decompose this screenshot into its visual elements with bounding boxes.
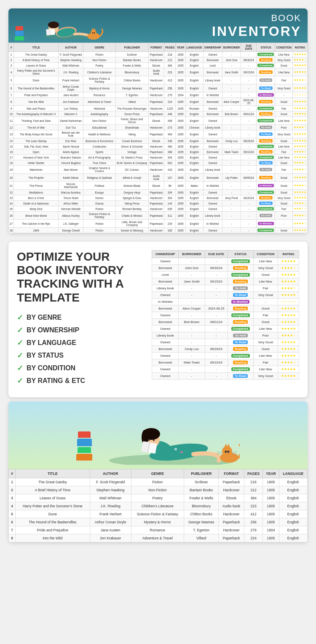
table-row: 1The Great GatsbyF. Scott FitzgeraldFict…: [9, 478, 308, 486]
list-item-label: BY OWNERSHIP: [27, 326, 79, 334]
status-badge: To Read: [259, 202, 272, 205]
table-row: Owned--CompletedLike New★★★★★: [152, 366, 299, 373]
rating-stars: ★★★★☆: [281, 286, 296, 290]
rating-stars: ★★★★★: [281, 293, 296, 297]
svg-marker-12: [93, 28, 96, 31]
rating-stars: ★★★★★: [294, 119, 306, 122]
mini-table: OWNERSHIP BORROWER DUE DATE STATUS CONDI…: [152, 250, 299, 380]
col-ownership: OWNERSHIP: [203, 43, 222, 52]
rating-stars: ★★★★★: [281, 354, 296, 358]
svg-point-13: [92, 32, 94, 34]
table-row: 23Born a CrimeTrevor NoahHumorSpiegel & …: [9, 195, 308, 201]
table-row: 11Thinking, Fast and SlowDaniel Kahneman…: [9, 117, 308, 125]
col-author: AUTHOR: [58, 43, 83, 52]
spreadsheet-container[interactable]: # TITLE AUTHOR GENRE PUBLISHER FORMAT PA…: [8, 43, 308, 233]
table-row: 15Salt, Fat, Acid, HeatSamin NosratCookb…: [9, 144, 308, 149]
svg-rect-7: [46, 29, 51, 35]
status-badge: On hold: [260, 214, 273, 217]
table-row: 12The Art of WarSun TzuEducationalShambh…: [9, 125, 308, 130]
rating-stars: ★★★★★: [281, 347, 296, 351]
bottom-illustration: [8, 401, 308, 469]
reading-girl-icon: [26, 13, 110, 40]
rating-stars: ★★★★☆: [281, 334, 296, 337]
status-badge: Reading: [233, 361, 248, 364]
status-badge: On hold: [233, 286, 247, 290]
status-badge: On hold: [233, 334, 247, 337]
status-badge: Completed: [257, 107, 274, 110]
bottom-col-year: YEAR: [263, 469, 279, 478]
col-pages: PAGES: [164, 43, 176, 52]
mini-col-borrower: BORROWER: [179, 251, 205, 258]
rating-stars: ★★★★☆: [281, 361, 296, 364]
bottom-table-body: 1The Great GatsbyF. Scott FitzgeraldFict…: [9, 478, 308, 542]
promo-title: OPTIMIZE YOUR BOOK INVENTORY TRACKING WI…: [17, 250, 143, 304]
bottom-books-icon: [76, 431, 92, 461]
status-badge: To Read: [233, 374, 248, 378]
table-row: Owned--CompletedFair★★★★★: [152, 312, 299, 319]
rating-stars: ★★★★★: [294, 86, 306, 89]
rating-stars: ★★★★★: [294, 145, 306, 148]
list-item: ✓BY RATING & ETC: [17, 376, 143, 385]
status-badge: Completed: [257, 207, 274, 210]
table-row: 5DuneFrank HerbertScience Fiction & Fant…: [9, 76, 308, 84]
status-badge: On hold: [260, 168, 273, 171]
table-row: 17Humans of New YorkBrandon StantonArt &…: [9, 155, 308, 160]
status-badge: To Read: [259, 161, 272, 164]
rating-stars: ★★★★★: [294, 139, 306, 142]
col-language: LANGUAGE: [185, 43, 203, 52]
table-row: BorrowedJane Smith09/15/24ReadingLike Ne…: [152, 278, 299, 285]
table-row: BorrowedBob Brown09/01/24ReadingGood★★★★…: [152, 319, 299, 326]
checkmark-icon: ✓: [17, 313, 23, 322]
table-row: 22MeditationsMarcus AureliusEssaysGregor…: [9, 190, 308, 195]
table-row: 3Leaves of GrassWalt WhitmanPoetryFowler…: [9, 63, 308, 68]
table-row: 1The Great GatsbyF. Scott FitzgeraldFict…: [9, 52, 308, 57]
table-row: 5DuneFrank HerbertScience Fiction & Fant…: [9, 510, 308, 518]
status-badge: In Wishlist: [231, 300, 249, 304]
bottom-col-language: LANGUAGE: [279, 469, 308, 478]
rating-stars: ★★★★★: [294, 107, 306, 110]
mini-col-duedate: DUE DATE: [205, 251, 228, 258]
table-row: 4Harry Potter and the Sorcerer's StoneJ.…: [9, 502, 308, 510]
table-row: 14The Lean StartupEric RiesBusiness & Ec…: [9, 138, 308, 144]
status-badge: Completed: [257, 145, 274, 148]
status-badge: Reading: [259, 139, 273, 143]
status-badge: Reading: [233, 280, 248, 283]
table-row: 281984George OrwellFictionSecker & Warbu…: [9, 228, 308, 233]
list-item: ✓BY STATUS: [17, 351, 143, 360]
table-row: Lend--CompletedGood★★★★★: [152, 272, 299, 278]
svg-line-37: [232, 452, 238, 453]
svg-marker-32: [227, 444, 230, 447]
bottom-spreadsheet-table: # TITLE AUTHOR GENRE PUBLISHER FORMAT PA…: [8, 469, 308, 542]
section2-promo: OPTIMIZE YOUR BOOK INVENTORY TRACKING WI…: [8, 242, 308, 397]
list-item-label: BY LANGUAGE: [27, 339, 76, 347]
header-illustration-left: [15, 13, 110, 43]
bottom-table-header-row: # TITLE AUTHOR GENRE PUBLISHER FORMAT PA…: [9, 469, 308, 478]
status-badge: Completed: [257, 119, 274, 122]
bottom-table-container[interactable]: # TITLE AUTHOR GENRE PUBLISHER FORMAT PA…: [8, 469, 308, 542]
status-badge: Reading: [233, 266, 248, 270]
table-row: BorrowedCindy Lou08/29/24ReadingGood★★★★…: [152, 346, 299, 353]
mini-col-condition: CONDITION: [253, 251, 278, 258]
rating-stars: ★★★★★: [281, 280, 296, 283]
svg-point-18: [174, 448, 177, 450]
table-row: Owned--To ReadVery Good★★★★★: [152, 292, 299, 299]
bottom-reading-girl-icon: [105, 404, 240, 465]
table-row: Owned--CompletedLike New★★★★★: [152, 258, 299, 265]
table-row: BorrowedMark Twain09/10/24ReadingFair★★★…: [152, 359, 299, 366]
table-row: 6The Hound of the BaskervillesArthur Con…: [9, 518, 308, 526]
svg-point-24: [148, 439, 150, 441]
bottom-col-pages: PAGES: [244, 469, 263, 478]
col-title: TITLE: [14, 43, 59, 52]
svg-line-35: [217, 452, 222, 453]
status-badge: Completed: [231, 354, 250, 358]
mini-table-body: Owned--CompletedLike New★★★★★BorrowedJoh…: [152, 258, 299, 380]
status-badge: Completed: [257, 53, 274, 56]
rating-stars: ★★★★★: [281, 374, 296, 378]
table-row: 2A Brief History of TimeStephen HawkingN…: [9, 57, 308, 63]
status-badge: Reading: [259, 112, 273, 116]
svg-point-5: [48, 22, 59, 28]
checkmark-icon: ✓: [17, 338, 23, 348]
table-row: Owned--CompletedLike New★★★★★: [152, 353, 299, 359]
status-badge: In Wishlist: [258, 222, 274, 225]
table-row: 7Pride and PrejudiceJane AustenRomanceT.…: [9, 526, 308, 534]
